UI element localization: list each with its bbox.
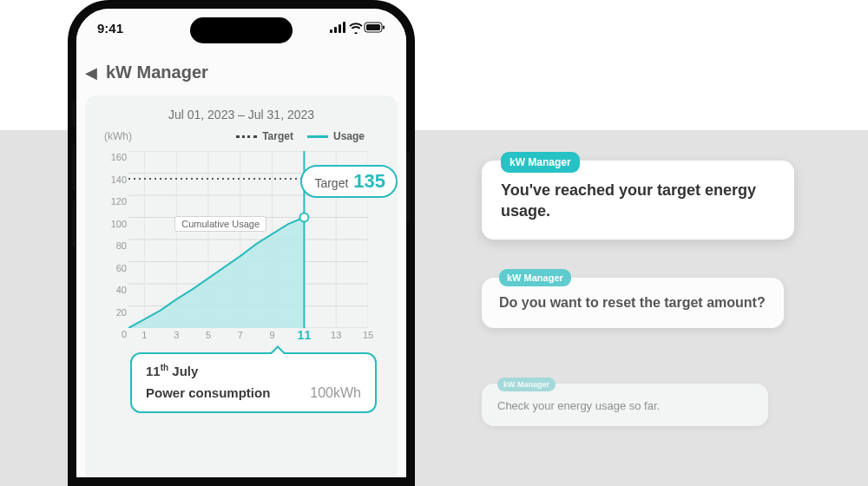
page-title: kW Manager	[106, 62, 208, 82]
svg-rect-0	[330, 30, 332, 33]
cumulative-usage-label: Cumulative Usage	[174, 216, 266, 232]
chart-body: (kWh) Target Usage 020406080100120140160…	[94, 130, 389, 356]
x-tick: 13	[331, 330, 341, 340]
svg-rect-2	[339, 24, 341, 33]
y-tick: 60	[116, 263, 127, 273]
y-tick: 120	[111, 196, 127, 207]
svg-rect-6	[383, 26, 385, 30]
x-tick: 15	[363, 330, 373, 340]
phone-frame: 9:41	[68, 0, 415, 486]
legend-swatch-usage-icon	[307, 135, 328, 138]
info-date-suffix: th	[161, 363, 168, 372]
status-time: 9:41	[97, 21, 123, 36]
info-date: 11th July	[146, 363, 361, 378]
notification-badge: kW Manager	[499, 269, 571, 286]
x-tick: 5	[206, 330, 211, 340]
chart-legend: Target Usage	[236, 130, 365, 142]
svg-rect-3	[343, 22, 345, 33]
x-axis: 13579111315	[128, 330, 368, 342]
x-tick: 7	[238, 330, 243, 340]
info-date-day: 11	[146, 364, 161, 378]
battery-icon	[365, 23, 385, 32]
svg-rect-1	[334, 27, 337, 33]
y-tick: 140	[111, 174, 127, 185]
x-tick: 11	[298, 328, 312, 342]
y-axis: 020406080100120140160	[102, 151, 127, 328]
app-header: ◀ kW Manager	[76, 62, 406, 82]
x-tick: 9	[270, 330, 275, 340]
info-row-label: Power consumption	[146, 385, 270, 400]
info-date-month: July	[172, 364, 198, 378]
y-tick: 100	[111, 219, 127, 229]
notification-message: You've reached your target energy usage.	[501, 180, 775, 222]
target-callout-value: 135	[353, 170, 385, 193]
status-indicators	[330, 22, 385, 34]
legend-swatch-target-icon	[236, 135, 257, 138]
info-row-value: 100kWh	[310, 385, 361, 401]
legend-item-target: Target	[236, 130, 293, 142]
cellular-icon	[330, 22, 345, 33]
chart-card: Jul 01, 2023 – Jul 31, 2023 (kWh) Target…	[85, 95, 398, 477]
wifi-icon	[350, 23, 362, 34]
notification-message: Do you want to reset the target amount?	[499, 293, 766, 312]
x-tick: 3	[174, 330, 179, 340]
y-tick: 160	[111, 152, 127, 162]
notification-badge: kW Manager	[501, 152, 580, 173]
notification-card[interactable]: kW Manager You've reached your target en…	[482, 161, 794, 240]
side-button-power	[406, 152, 411, 221]
notification-card[interactable]: kW Manager Check your energy usage so fa…	[482, 384, 768, 426]
notification-badge: kW Manager	[497, 378, 556, 391]
y-axis-unit: (kWh)	[104, 130, 132, 142]
y-tick: 0	[122, 329, 127, 339]
date-range: Jul 01, 2023 – Jul 31, 2023	[94, 108, 389, 122]
notification-message: Check your energy usage so far.	[497, 398, 753, 414]
target-callout-label: Target	[314, 176, 348, 190]
back-icon[interactable]: ◀	[85, 63, 97, 82]
phone-screen: 9:41	[76, 9, 406, 477]
target-callout: Target 135	[300, 165, 398, 198]
notification-card[interactable]: kW Manager Do you want to reset the targ…	[482, 278, 784, 328]
legend-item-usage: Usage	[307, 130, 365, 142]
y-tick: 40	[116, 285, 127, 295]
svg-rect-5	[366, 24, 380, 30]
info-row: Power consumption 100kWh	[146, 385, 361, 401]
y-tick: 80	[116, 240, 127, 251]
legend-label-target: Target	[262, 130, 293, 142]
status-bar: 9:41	[76, 9, 406, 47]
svg-point-26	[299, 213, 308, 222]
legend-label-usage: Usage	[333, 130, 365, 142]
x-tick: 1	[141, 330, 147, 340]
info-card: 11th July Power consumption 100kWh	[130, 352, 377, 413]
y-tick: 20	[116, 307, 127, 318]
